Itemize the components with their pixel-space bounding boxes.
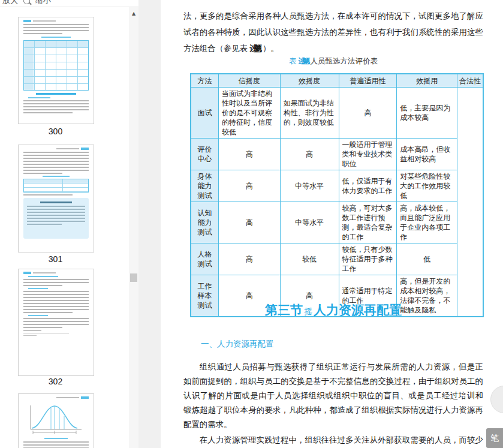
thumbnail-page-302[interactable] bbox=[18, 269, 94, 376]
table-header-row: 方法信摇度效摇度普遍适用性效摇用合法性 bbox=[191, 74, 483, 88]
document-page: 法，更多的是综合采用各种人员甄选方法，在成本许可的情况下，试图更多地了解应 试者… bbox=[161, 0, 503, 448]
text-line: 配置的需求。 bbox=[183, 417, 483, 432]
mini-page-header bbox=[23, 396, 89, 399]
paragraph-3: 在人力资源管理实践过程中，组织往往过多关注从外部获取需要的人员，而较少将目光投向… bbox=[183, 433, 483, 448]
text-line: 组织通过人员招募与甄选获得了组织正常运行与发展所需的人力资源，但是正 bbox=[183, 360, 483, 374]
table-header-cell: 普遍适用性 bbox=[339, 74, 397, 88]
note-tab-button[interactable]: 笔 bbox=[486, 428, 503, 448]
zoom-out-button[interactable]: 缩小 bbox=[35, 0, 51, 6]
thumbnail-page-number: 302 bbox=[0, 377, 111, 386]
text-line: 锻炼超越了职位本身的要求，凡此种种，都造成了组织根据实际情况进行人力资源再 bbox=[183, 403, 483, 417]
paragraph-2: 组织通过人员招募与甄选获得了组织正常运行与发展所需的人力资源，但是正如前面提到的… bbox=[183, 360, 483, 432]
thumbnail-page-303[interactable] bbox=[18, 393, 94, 448]
section-heading: 第三节摇人力资源再配置 bbox=[183, 301, 483, 321]
table-header-cell: 方法 bbox=[191, 74, 218, 88]
table-row: 面试当面试为非结构性时以及当所评价的是不可观察的特征时，信度较低如果面试为非结构… bbox=[191, 88, 483, 139]
scrollbar-thumb[interactable] bbox=[130, 273, 137, 282]
table-row: 评价 中心高高一般适用于管理类和专业技术类职位成本高昂，但收益相对较高 bbox=[191, 139, 483, 170]
mini-page-header bbox=[23, 272, 89, 274]
zoom-in-button[interactable]: 放大 bbox=[2, 0, 18, 6]
thumbnail-page-number: 300 bbox=[0, 127, 111, 136]
table-header-cell: 效摇用 bbox=[397, 74, 457, 88]
panel-divider bbox=[138, 0, 161, 448]
mini-bell-curve-figure bbox=[23, 401, 86, 435]
table-row: 认知 能力 测试高中等水平较高，可对大多数工作进行预测，最适合复杂的工作高，成本… bbox=[191, 202, 483, 243]
mini-callout-box bbox=[23, 198, 89, 239]
top-toolbar: 放大 缩小 bbox=[0, 0, 138, 7]
text-line: 在人力资源管理实践过程中，组织往往过多关注从外部获取需要的人员，而较少 bbox=[183, 433, 483, 447]
text-line: 方法组合（参见表 逑魉）。 bbox=[183, 40, 483, 56]
text-line: 认识了解的片面或是由于人员选择组织或组织中职位的盲目、或是员工经过培训和 bbox=[183, 389, 483, 403]
scroll-up-arrow-icon[interactable]: ▲ bbox=[129, 9, 138, 19]
thumbnail-scrollbar[interactable]: ▲ bbox=[129, 7, 138, 448]
selection-methods-table: 方法信摇度效摇度普遍适用性效摇用合法性 面试当面试为非结构性时以及当所评价的是不… bbox=[190, 73, 484, 317]
paragraph-1: 法，更多的是综合采用各种人员甄选方法，在成本许可的情况下，试图更多地了解应 试者… bbox=[183, 8, 483, 56]
table-header-cell: 信摇度 bbox=[218, 74, 280, 88]
mini-page-header bbox=[23, 20, 89, 22]
text-line: 法，更多的是综合采用各种人员甄选方法，在成本许可的情况下，试图更多地了解应 bbox=[183, 8, 483, 24]
garbled-table-ref: 逑魉 bbox=[249, 44, 258, 53]
legality-merged-cell bbox=[457, 88, 483, 317]
subsection-heading: 一、人力资源再配置 bbox=[201, 339, 274, 350]
mini-table bbox=[23, 179, 89, 193]
thumbnail-page-number: 301 bbox=[0, 254, 111, 264]
table-caption: 表 逑魉人员甄选方法评价表 bbox=[183, 56, 483, 67]
garbled-table-number: 逑魉 bbox=[299, 57, 307, 65]
table-header-cell: 合法性 bbox=[457, 74, 483, 88]
table-header-cell: 效摇度 bbox=[280, 74, 339, 88]
table-row: 身体 能力 测试高中等水平低，仅适用于有体力要求的工作对某些危险性较大的工作效用… bbox=[191, 170, 483, 202]
thumbnail-page-301[interactable] bbox=[18, 145, 94, 252]
mini-page-header bbox=[23, 148, 89, 150]
text-line: 如前面提到的，组织与员工的交换是基于不完整信息的交换过程，由于组织对员工的 bbox=[183, 374, 483, 389]
mini-section-heading bbox=[36, 93, 77, 95]
table-row: 人格 测试高较低较低，只有少数特征适用于多种工作低 bbox=[191, 243, 483, 275]
glitch-character: 摇 bbox=[304, 307, 312, 316]
thumbnail-panel: 300 301 bbox=[0, 7, 129, 448]
text-line: 试者的各种特质，因此认识这些甄选方法的差异性，也有利于我们系统性的采用这些 bbox=[183, 24, 483, 40]
thumbnail-page-300[interactable] bbox=[18, 17, 94, 124]
mini-table bbox=[23, 40, 89, 91]
magnifier-icon[interactable] bbox=[23, 0, 30, 4]
